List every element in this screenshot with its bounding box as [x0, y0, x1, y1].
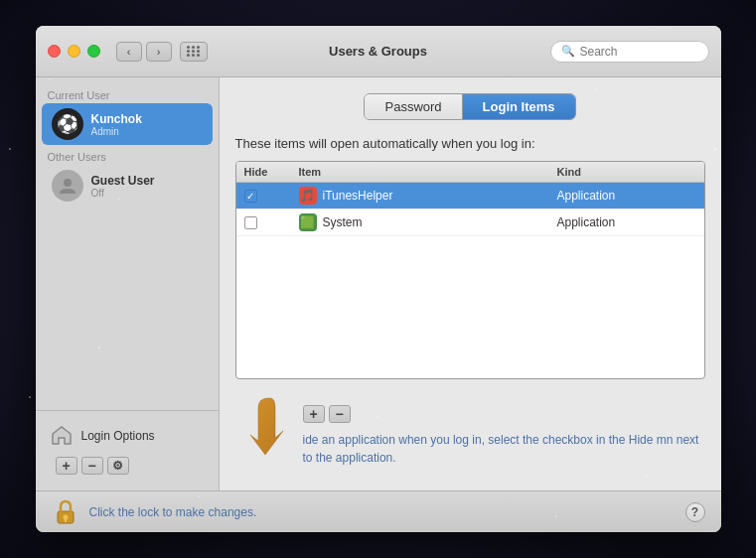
grid-view-button[interactable]	[180, 42, 208, 62]
row-item-0: 🎵 iTunesHelper	[299, 187, 557, 205]
hint-text: ide an application when you log in, sele…	[303, 423, 705, 467]
nav-buttons: ‹ ›	[116, 42, 172, 62]
arrow-icon	[240, 393, 290, 463]
row-item-1: 🟩 System	[299, 213, 557, 231]
grid-icon	[187, 46, 201, 57]
login-options-label: Login Options	[81, 429, 155, 443]
kunchok-role: Admin	[91, 126, 142, 137]
guest-status: Off	[91, 188, 155, 199]
close-button[interactable]	[48, 45, 61, 58]
items-table: Hide Item Kind ✓ 🎵 iTunesHelper Ap	[235, 161, 705, 379]
search-icon: 🔍	[561, 45, 575, 58]
svg-point-2	[63, 514, 68, 519]
lock-button[interactable]	[52, 498, 79, 526]
window-title: Users & Groups	[329, 44, 427, 59]
remove-user-button[interactable]: −	[81, 457, 103, 475]
person-icon	[58, 176, 77, 196]
sidebar-item-kunchok[interactable]: ⚽ Kunchok Admin	[42, 103, 213, 145]
col-kind-label: Kind	[557, 166, 696, 178]
avatar-kunchok: ⚽	[52, 108, 83, 140]
maximize-button[interactable]	[87, 45, 100, 58]
itunes-kind: Application	[557, 189, 696, 203]
lock-icon	[54, 498, 77, 526]
tab-bar: Password Login Items	[235, 93, 705, 120]
sidebar-item-guest[interactable]: Guest User Off	[42, 165, 213, 207]
sidebar: Current User ⚽ Kunchok Admin Other Users	[36, 77, 220, 490]
search-input[interactable]	[580, 45, 698, 59]
tab-password[interactable]: Password	[365, 94, 462, 119]
other-users-label: Other Users	[36, 147, 219, 165]
tab-login-items[interactable]: Login Items	[463, 94, 575, 119]
guest-name: Guest User	[91, 174, 155, 188]
sidebar-footer: Login Options + − ⚙	[36, 410, 219, 490]
row-hide-0: ✓	[244, 190, 299, 203]
system-preferences-window: ‹ › Users & Groups 🔍 Current User ⚽	[36, 26, 721, 532]
hide-checkbox-0[interactable]: ✓	[244, 190, 257, 203]
gear-button[interactable]: ⚙	[107, 457, 129, 475]
system-kind: Application	[557, 215, 696, 229]
table-row[interactable]: ✓ 🎵 iTunesHelper Application	[236, 183, 704, 209]
kunchok-info: Kunchok Admin	[91, 112, 142, 137]
current-user-label: Current User	[36, 85, 219, 103]
guest-info: Guest User Off	[91, 174, 155, 199]
itunes-name: iTunesHelper	[323, 189, 393, 203]
lock-text[interactable]: Click the lock to make changes.	[89, 505, 257, 519]
table-action-bar: + −	[303, 405, 705, 423]
arrow-container	[235, 393, 295, 463]
search-box[interactable]: 🔍	[550, 41, 709, 63]
right-panel: Password Login Items These items will op…	[220, 77, 721, 490]
table-header: Hide Item Kind	[236, 162, 704, 183]
main-content: Current User ⚽ Kunchok Admin Other Users	[36, 77, 721, 490]
forward-button[interactable]: ›	[146, 42, 172, 62]
house-icon	[50, 424, 74, 448]
system-icon: 🟩	[299, 213, 317, 231]
sidebar-content: Current User ⚽ Kunchok Admin Other Users	[36, 77, 219, 410]
remove-item-button[interactable]: −	[329, 405, 351, 423]
titlebar: ‹ › Users & Groups 🔍	[36, 26, 721, 77]
row-hide-1	[244, 216, 299, 229]
hide-checkbox-1[interactable]	[244, 216, 257, 229]
svg-point-0	[64, 179, 72, 187]
login-options-item[interactable]: Login Options	[46, 419, 209, 453]
hint-area: + − ide an application when you log in, …	[235, 393, 705, 467]
system-name: System	[323, 215, 363, 229]
kunchok-name: Kunchok	[91, 112, 142, 126]
col-item-label: Item	[299, 166, 557, 178]
table-row[interactable]: 🟩 System Application	[236, 209, 704, 236]
avatar-guest	[52, 170, 83, 202]
minimize-button[interactable]	[68, 45, 80, 58]
itunes-icon: 🎵	[299, 187, 317, 205]
add-user-button[interactable]: +	[56, 457, 77, 475]
help-button[interactable]: ?	[685, 502, 705, 522]
col-hide-label: Hide	[244, 166, 299, 178]
add-item-button[interactable]: +	[303, 405, 325, 423]
tab-group: Password Login Items	[364, 93, 575, 120]
login-items-description: These items will open automatically when…	[235, 136, 705, 151]
sidebar-action-bar: + − ⚙	[46, 453, 209, 483]
traffic-lights	[48, 45, 100, 58]
lock-bar: Click the lock to make changes. ?	[36, 490, 721, 532]
back-button[interactable]: ‹	[116, 42, 142, 62]
